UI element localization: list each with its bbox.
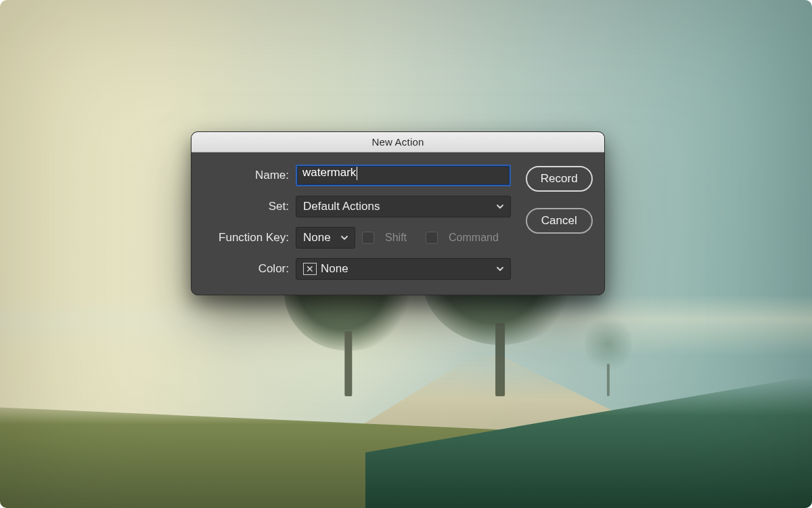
record-button[interactable]: Record [526, 166, 593, 192]
function-key-label: Function Key: [205, 231, 289, 245]
chevron-down-icon [496, 265, 504, 273]
name-label: Name: [205, 169, 289, 182]
cancel-button[interactable]: Cancel [526, 208, 593, 234]
chevron-down-icon [496, 203, 504, 211]
function-key-value: None [303, 231, 331, 245]
command-checkbox[interactable] [426, 232, 438, 244]
shift-checkbox[interactable] [362, 232, 374, 244]
set-select[interactable]: Default Actions [296, 196, 511, 217]
name-input-value: watermark [302, 166, 356, 179]
color-none-icon: ✕ [303, 263, 317, 275]
chevron-down-icon [340, 234, 348, 242]
color-select-value: None [321, 262, 348, 276]
name-input[interactable]: watermark [296, 165, 511, 186]
set-select-value: Default Actions [303, 200, 380, 213]
function-key-select[interactable]: None [296, 227, 355, 249]
color-label: Color: [205, 262, 289, 276]
new-action-dialog: New Action Name: watermark Set: Default … [191, 131, 605, 295]
shift-checkbox-label: Shift [385, 232, 407, 244]
dialog-title-text: New Action [371, 136, 424, 148]
dialog-title: New Action [191, 132, 604, 152]
text-caret [357, 167, 357, 180]
cancel-button-label: Cancel [541, 214, 577, 228]
command-checkbox-label: Command [449, 232, 499, 244]
color-select[interactable]: ✕ None [296, 258, 511, 280]
record-button-label: Record [541, 172, 578, 186]
set-label: Set: [205, 200, 289, 213]
